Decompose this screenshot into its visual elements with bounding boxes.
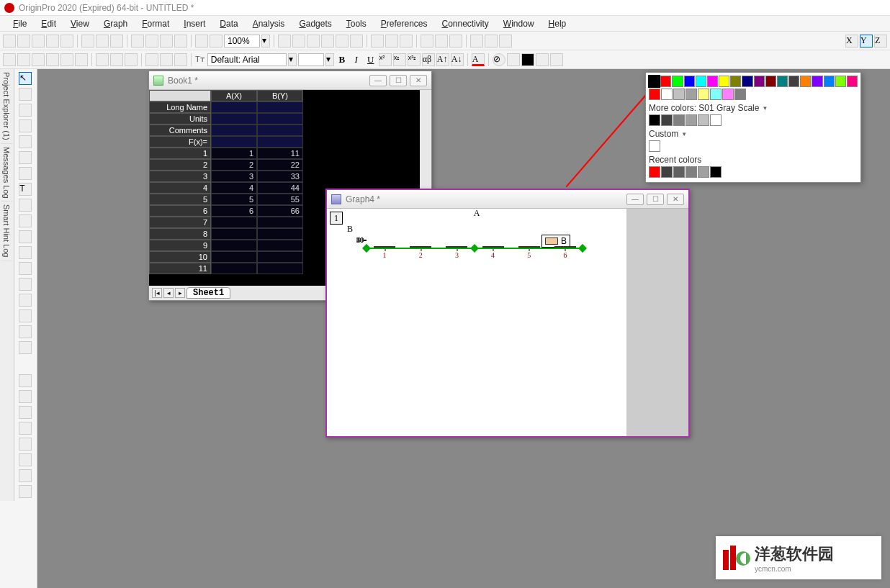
data-cell[interactable] bbox=[257, 217, 303, 228]
plot-area-button[interactable] bbox=[60, 53, 73, 66]
pan-tool-icon[interactable] bbox=[19, 104, 32, 117]
decrease-font-button[interactable]: A↓ bbox=[451, 53, 464, 66]
reader-tool-icon[interactable] bbox=[19, 119, 32, 132]
add-layer-icon[interactable] bbox=[19, 469, 32, 482]
line-color-button[interactable] bbox=[507, 53, 520, 66]
color-swatch[interactable] bbox=[661, 166, 673, 178]
minimize-button[interactable]: — bbox=[626, 194, 644, 205]
data-cell[interactable]: 55 bbox=[257, 194, 303, 205]
color-swatch[interactable] bbox=[719, 76, 729, 87]
column-header[interactable]: A(X) bbox=[211, 90, 257, 101]
color-swatch[interactable] bbox=[649, 89, 660, 100]
selection-rect[interactable] bbox=[366, 248, 583, 249]
meta-cell[interactable] bbox=[211, 113, 257, 125]
color-swatch[interactable] bbox=[686, 114, 697, 126]
y-axis-label[interactable]: B bbox=[347, 224, 353, 235]
color-swatch[interactable] bbox=[835, 76, 846, 87]
menu-tools[interactable]: Tools bbox=[341, 17, 372, 30]
more-colors-label[interactable]: More colors: S01 Gray Scale▼ bbox=[649, 103, 858, 113]
open-template-button[interactable] bbox=[145, 35, 158, 48]
refresh-button[interactable] bbox=[321, 35, 334, 48]
row-number[interactable]: 10 bbox=[149, 251, 211, 263]
y-axis-button[interactable]: Y bbox=[860, 35, 873, 48]
text-tool-icon[interactable]: T bbox=[19, 183, 32, 196]
color-swatch[interactable] bbox=[788, 76, 799, 87]
menu-format[interactable]: Format bbox=[136, 17, 175, 30]
font-color-button[interactable]: A bbox=[472, 53, 485, 66]
row-label[interactable]: Comments bbox=[149, 125, 211, 136]
color-swatch[interactable] bbox=[661, 89, 673, 100]
sheet-nav-next[interactable]: ▸ bbox=[175, 288, 185, 298]
italic-button[interactable]: I bbox=[350, 53, 363, 66]
slide-button[interactable] bbox=[350, 35, 363, 48]
fill-color-button[interactable] bbox=[521, 53, 534, 66]
data-cell[interactable]: 3 bbox=[211, 171, 257, 182]
rotate-tool-icon[interactable] bbox=[19, 341, 32, 354]
menu-data[interactable]: Data bbox=[214, 17, 243, 30]
menu-preferences[interactable]: Preferences bbox=[375, 17, 433, 30]
color-swatch[interactable] bbox=[710, 89, 722, 100]
data-cell[interactable] bbox=[211, 240, 257, 251]
data-cell[interactable] bbox=[211, 263, 257, 274]
layer-icon[interactable] bbox=[19, 406, 32, 419]
zoom-tool-icon[interactable] bbox=[19, 88, 32, 101]
duplicate-button[interactable] bbox=[307, 35, 320, 48]
menu-graph[interactable]: Graph bbox=[98, 17, 133, 30]
plot-contour-button[interactable] bbox=[110, 53, 123, 66]
sheet-nav-first[interactable]: |◂ bbox=[152, 288, 162, 298]
column-header[interactable]: B(Y) bbox=[257, 90, 303, 101]
data-cell[interactable]: 44 bbox=[257, 182, 303, 194]
color-swatch[interactable] bbox=[698, 89, 709, 100]
draw-tool-icon[interactable] bbox=[19, 309, 32, 322]
menu-window[interactable]: Window bbox=[498, 17, 540, 30]
save-button[interactable] bbox=[160, 35, 173, 48]
fit-button[interactable] bbox=[499, 35, 512, 48]
data-cell[interactable]: 4 bbox=[211, 182, 257, 194]
plot-image-button[interactable] bbox=[125, 53, 138, 66]
color-swatch[interactable] bbox=[673, 89, 685, 100]
menu-analysis[interactable]: Analysis bbox=[247, 17, 291, 30]
zoom-input[interactable]: 100% bbox=[224, 35, 260, 48]
menu-insert[interactable]: Insert bbox=[178, 17, 211, 30]
meta-cell[interactable] bbox=[211, 136, 257, 148]
cut-button[interactable] bbox=[145, 53, 158, 66]
recalc-button[interactable] bbox=[336, 35, 349, 48]
row-number[interactable]: 1 bbox=[149, 148, 211, 159]
color-swatch[interactable] bbox=[734, 89, 746, 100]
row-number[interactable]: 2 bbox=[149, 159, 211, 171]
maximize-button[interactable]: ☐ bbox=[390, 75, 407, 86]
color-swatch[interactable] bbox=[754, 76, 765, 87]
line-weight-button[interactable] bbox=[550, 53, 563, 66]
meta-cell[interactable] bbox=[257, 125, 303, 136]
data-cell[interactable]: 2 bbox=[211, 159, 257, 171]
x-axis-button[interactable]: X bbox=[845, 35, 858, 48]
menu-file[interactable]: File bbox=[7, 17, 32, 30]
data-cell[interactable]: 6 bbox=[211, 205, 257, 217]
z-axis-button[interactable]: Z bbox=[874, 35, 887, 48]
meta-cell[interactable] bbox=[257, 101, 303, 113]
plot-line-button[interactable] bbox=[3, 53, 16, 66]
new-layout-button[interactable] bbox=[96, 35, 109, 48]
color-swatch[interactable] bbox=[673, 166, 685, 178]
copy-button[interactable] bbox=[160, 53, 173, 66]
merge-icon[interactable] bbox=[19, 453, 32, 466]
new-graph-button[interactable] bbox=[46, 35, 59, 48]
batch-button[interactable] bbox=[210, 35, 223, 48]
meta-cell[interactable] bbox=[211, 125, 257, 136]
rescale-button[interactable] bbox=[292, 35, 305, 48]
data-cell[interactable] bbox=[257, 251, 303, 263]
script-window-button[interactable] bbox=[435, 35, 448, 48]
custom-swatch[interactable] bbox=[649, 140, 660, 152]
color-swatch[interactable] bbox=[777, 76, 788, 87]
color-swatch[interactable] bbox=[686, 166, 697, 178]
new-matrix-button[interactable] bbox=[60, 35, 73, 48]
data-cell[interactable]: 5 bbox=[211, 194, 257, 205]
color-swatch[interactable] bbox=[765, 76, 776, 87]
subscript-button[interactable]: x₂ bbox=[393, 53, 406, 66]
import-button[interactable] bbox=[195, 35, 208, 48]
custom-color-label[interactable]: Custom▼ bbox=[649, 129, 858, 139]
font-name-dropdown[interactable]: ▾ bbox=[288, 53, 297, 66]
close-button[interactable]: ✕ bbox=[667, 194, 684, 205]
row-number[interactable]: 6 bbox=[149, 205, 211, 217]
new-notes-button[interactable] bbox=[110, 35, 123, 48]
